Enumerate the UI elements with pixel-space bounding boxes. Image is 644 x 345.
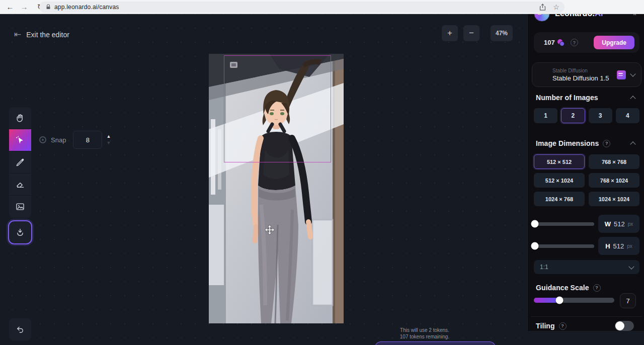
zoom-in-button[interactable]: +	[442, 25, 458, 41]
image-icon	[15, 202, 25, 212]
hand-icon	[15, 113, 25, 123]
height-slider-row: H 512 px	[534, 237, 639, 255]
download-icon	[15, 227, 25, 237]
snap-value-input[interactable]: 8	[73, 131, 102, 149]
height-unit: px	[627, 243, 632, 249]
move-cursor-icon	[265, 225, 274, 234]
model-icon	[617, 70, 626, 79]
share-icon[interactable]	[538, 3, 547, 12]
tiling-title: Tiling ?	[536, 322, 567, 330]
snap-step-up-icon[interactable]: ▲	[106, 134, 111, 139]
width-label: W	[605, 220, 611, 228]
undo-button[interactable]	[9, 318, 31, 340]
zoom-out-button[interactable]: −	[463, 25, 479, 41]
lock-icon	[45, 4, 51, 11]
dim-512x512-selected[interactable]: 512 × 512	[534, 154, 585, 169]
generate-button-partial[interactable]	[375, 341, 496, 345]
dim-512x1024[interactable]: 512 × 1024	[534, 173, 585, 188]
guidance-scale-value: 7	[620, 293, 636, 308]
guidance-scale-title: Guidance Scale ?	[536, 284, 601, 292]
image-dimensions-options: 512 × 512 768 × 768 512 × 1024 768 × 102…	[534, 154, 639, 206]
aspect-ratio-value: 1:1	[540, 264, 548, 271]
tiling-toggle-knob	[615, 321, 624, 330]
brush-icon	[15, 157, 25, 167]
num-images-2-selected[interactable]: 2	[561, 108, 585, 123]
bookmark-star-icon[interactable]: ☆	[552, 3, 560, 12]
download-tool[interactable]	[8, 220, 32, 244]
section-divider	[531, 316, 642, 317]
width-slider-knob[interactable]	[531, 220, 539, 228]
height-slider-knob[interactable]	[531, 242, 539, 250]
image-dimensions-help-icon[interactable]: ?	[603, 140, 610, 147]
token-note-line1: This will use 2 tokens.	[374, 327, 475, 333]
pan-hand-tool[interactable]	[9, 107, 31, 129]
dim-1024x1024[interactable]: 1024 × 1024	[589, 192, 639, 206]
aspect-ratio-dropdown[interactable]: 1:1	[534, 260, 639, 274]
image-tool[interactable]	[9, 196, 31, 218]
token-note-line2: 107 tokens remaining.	[374, 333, 475, 340]
browser-forward-icon[interactable]: →	[18, 1, 30, 13]
coins-icon	[557, 39, 566, 46]
selection-box[interactable]	[224, 55, 331, 162]
exit-arrow-icon: ⇤	[14, 29, 21, 40]
height-value: 512	[613, 242, 624, 250]
guidance-scale-slider[interactable]	[534, 298, 614, 303]
width-slider[interactable]	[534, 222, 594, 226]
tiling-toggle[interactable]	[615, 321, 634, 331]
width-slider-row: W 512 px	[534, 215, 639, 233]
eraser-tool[interactable]	[9, 174, 31, 196]
exit-editor-button[interactable]: ⇤ Exit the editor	[14, 29, 69, 40]
undo-icon	[16, 325, 25, 334]
brush-tool[interactable]	[9, 151, 31, 174]
select-tool[interactable]	[9, 129, 31, 151]
width-value: 512	[614, 220, 625, 228]
token-count: 107	[544, 39, 555, 46]
model-label: Stable Diffusion	[552, 68, 609, 73]
selection-image-badge-icon	[230, 62, 237, 68]
snap-toggle-icon[interactable]	[39, 136, 46, 143]
token-usage-note: This will use 2 tokens. 107 tokens remai…	[374, 327, 475, 340]
height-value-box[interactable]: H 512 px	[598, 237, 639, 255]
settings-sidebar: Leonardo.Ai ⇤ 107 ? Upgrade Stable Diffu…	[528, 0, 644, 331]
aspect-ratio-chevron-icon	[628, 264, 634, 269]
number-of-images-title: Number of Images	[536, 94, 598, 102]
model-chevron-down-icon	[630, 71, 635, 76]
height-label: H	[605, 242, 610, 250]
image-dimensions-collapse-icon[interactable]	[630, 141, 635, 147]
address-bar[interactable]: app.leonardo.ai/canvas ☆	[39, 2, 565, 13]
leonardo-canvas-app: ← → ↻ app.leonardo.ai/canvas ☆ M ⋮	[0, 0, 644, 345]
snap-control: Snap 8 ▲ ▼	[39, 131, 111, 149]
model-value: Stable Diffusion 1.5	[552, 74, 609, 82]
width-value-box[interactable]: W 512 px	[598, 215, 639, 233]
guidance-scale-knob[interactable]	[556, 297, 564, 304]
cursor-sparkle-icon	[15, 135, 25, 145]
eraser-icon	[15, 180, 25, 190]
zoom-level-label[interactable]: 47%	[491, 25, 513, 41]
width-unit: px	[628, 221, 633, 227]
height-slider[interactable]	[534, 244, 594, 248]
dim-768x1024[interactable]: 768 × 1024	[589, 173, 639, 188]
num-images-3[interactable]: 3	[589, 108, 612, 123]
guidance-scale-help-icon[interactable]: ?	[593, 284, 601, 292]
snap-label: Snap	[51, 136, 66, 144]
dim-1024x768[interactable]: 1024 × 768	[534, 192, 585, 206]
tokens-help-icon[interactable]: ?	[571, 39, 578, 46]
tiling-help-icon[interactable]: ?	[559, 322, 567, 330]
token-pill: 107 ? Upgrade	[534, 32, 639, 53]
upgrade-button[interactable]: Upgrade	[594, 36, 634, 49]
num-images-1[interactable]: 1	[534, 108, 557, 123]
dim-768x768[interactable]: 768 × 768	[589, 154, 639, 169]
number-of-images-options: 1 2 3 4	[534, 108, 639, 123]
num-images-4[interactable]: 4	[616, 108, 639, 123]
browser-back-icon[interactable]: ←	[4, 1, 16, 13]
url-text: app.leonardo.ai/canvas	[54, 4, 119, 11]
browser-chrome: ← → ↻ app.leonardo.ai/canvas ☆ M ⋮	[0, 0, 644, 14]
exit-editor-label: Exit the editor	[26, 31, 69, 39]
number-of-images-collapse-icon[interactable]	[630, 96, 635, 101]
snap-step-down-icon[interactable]: ▼	[106, 141, 111, 145]
tool-palette	[9, 107, 31, 218]
model-selector[interactable]: Stable Diffusion Stable Diffusion 1.5	[532, 62, 641, 87]
image-dimensions-title: Image Dimensions ?	[536, 139, 610, 147]
